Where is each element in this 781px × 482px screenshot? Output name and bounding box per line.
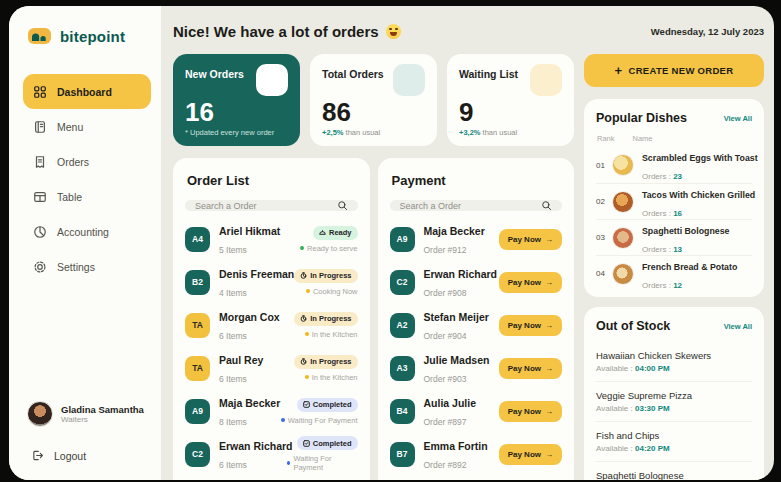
payment-row[interactable]: A2 Stefan MeijerOrder #904 Pay Now→	[390, 307, 563, 343]
sidebar-item-menu[interactable]: Menu	[23, 109, 151, 144]
order-row[interactable]: B2 Denis Freeman4 Items In Progress	[185, 264, 358, 300]
order-row[interactable]: TA Paul Rey6 Items In Progress	[185, 350, 358, 386]
pay-now-button[interactable]: Pay Now→	[499, 315, 562, 336]
brand-name: bitepoint	[60, 28, 125, 45]
accounting-pie-icon	[33, 225, 47, 239]
sidebar-item-label: Settings	[57, 261, 95, 273]
dish-photo	[612, 191, 634, 213]
page-greeting: Nice! We have a lot of orders	[173, 23, 401, 40]
pay-now-label: Pay Now	[508, 364, 541, 373]
logout-button[interactable]: Logout	[23, 449, 151, 462]
pay-now-button[interactable]: Pay Now→	[499, 358, 562, 379]
user-role: Waiters	[61, 415, 144, 424]
user-profile[interactable]: Gladina Samantha Waiters	[23, 401, 151, 427]
calendar-check-icon	[393, 64, 425, 96]
out-of-stock-view-all[interactable]: View All	[724, 322, 752, 331]
dish-photo	[612, 154, 634, 176]
substatus: Cooking Now	[306, 287, 358, 296]
pay-now-button[interactable]: Pay Now→	[499, 272, 562, 293]
stat-note: +2,5% than usual	[322, 128, 380, 137]
order-row[interactable]: C2 Erwan Richard6 Items Completed	[185, 436, 358, 472]
customer-name: Paul Rey	[219, 354, 263, 366]
stat-card-waiting-list: Waiting List 9 +3,2% than usual	[447, 54, 574, 146]
pay-now-label: Pay Now	[508, 321, 541, 330]
main-area: Nice! We have a lot of orders Wednesday,…	[161, 6, 774, 480]
substatus: Waiting For Payment	[287, 454, 358, 472]
settings-gear-icon	[33, 260, 47, 274]
payment-panel: Payment A9 Maja BeckerOrder #912 Pay Now…	[378, 158, 575, 480]
create-new-order-button[interactable]: + CREATE NEW ORDER	[584, 54, 764, 87]
arrow-right-icon: →	[545, 278, 553, 287]
rank-column-label: Rank	[597, 134, 615, 143]
dish-item[interactable]: 03 Spaghetti BologneseOrders : 13	[596, 219, 752, 255]
sidebar-item-settings[interactable]: Settings	[23, 249, 151, 284]
stock-item-availability: Available : 04:20 PM	[596, 444, 752, 453]
payment-title: Payment	[392, 173, 563, 188]
popular-dishes-title: Popular Dishes	[596, 111, 687, 125]
sidebar-item-label: Dashboard	[57, 86, 112, 98]
payment-row[interactable]: A9 Maja BeckerOrder #912 Pay Now→	[390, 221, 563, 257]
substatus-label: Cooking Now	[313, 287, 358, 296]
popular-dishes-view-all[interactable]: View All	[724, 114, 752, 123]
customer-name: Denis Freeman	[219, 268, 294, 280]
sidebar-item-dashboard[interactable]: Dashboard	[23, 74, 151, 109]
stock-item[interactable]: Spaghetti Bolognese Available : Tomorrow	[596, 462, 752, 480]
payment-row[interactable]: B7 Emma FortinOrder #892 Pay Now→	[390, 436, 563, 472]
substatus-label: Ready to serve	[307, 244, 357, 253]
sidebar-item-table[interactable]: Table	[23, 179, 151, 214]
search-icon[interactable]	[541, 200, 552, 211]
stat-delta: +3,2%	[459, 128, 480, 137]
topbar: Nice! We have a lot of orders Wednesday,…	[173, 16, 764, 46]
table-badge: B2	[185, 270, 210, 295]
order-number: Order #908	[424, 288, 467, 298]
stock-item-name: Veggie Supreme Pizza	[596, 390, 752, 401]
order-row[interactable]: TA Morgan Cox6 Items In Progress	[185, 307, 358, 343]
smiley-emoji	[386, 24, 401, 39]
cloche-icon	[319, 229, 326, 236]
pay-now-button[interactable]: Pay Now→	[499, 401, 562, 422]
stock-item-name: Fish and Chips	[596, 430, 752, 441]
pay-now-button[interactable]: Pay Now→	[499, 229, 562, 250]
dish-orders: Orders : 23	[642, 172, 682, 181]
order-row[interactable]: A9 Maja Becker8 Items Completed	[185, 393, 358, 429]
order-number: Order #903	[424, 374, 467, 384]
customer-name: Erwan Richard	[424, 268, 498, 280]
sidebar-item-accounting[interactable]: Accounting	[23, 214, 151, 249]
substatus-label: Waiting For Payment	[293, 454, 357, 472]
stats-row: New Orders 16 * Updated every new order …	[173, 54, 574, 146]
stock-item[interactable]: Veggie Supreme Pizza Available : 03:30 P…	[596, 382, 752, 422]
status-badge: In Progress	[294, 269, 357, 283]
stock-item[interactable]: Fish and Chips Available : 04:20 PM	[596, 422, 752, 462]
arrow-right-icon: →	[545, 364, 553, 373]
dish-item[interactable]: 01 Scrambled Eggs With ToastOrders : 23	[596, 147, 752, 183]
dish-item[interactable]: 04 French Bread & PotatoOrders : 12	[596, 255, 752, 291]
table-badge: B4	[390, 399, 415, 424]
payment-search-input[interactable]	[400, 201, 542, 211]
payment-row[interactable]: B4 Aulia JulieOrder #897 Pay Now→	[390, 393, 563, 429]
payment-row[interactable]: A3 Julie MadsenOrder #903 Pay Now→	[390, 350, 563, 386]
stock-item[interactable]: Hawaiian Chicken Skewers Available : 04:…	[596, 342, 752, 382]
customer-name: Maja Becker	[219, 397, 280, 409]
payment-row[interactable]: C2 Erwan RichardOrder #908 Pay Now→	[390, 264, 563, 300]
pay-now-button[interactable]: Pay Now→	[499, 444, 562, 465]
table-icon	[33, 190, 47, 204]
order-search-input[interactable]	[195, 201, 337, 211]
status-label: Ready	[329, 228, 352, 237]
status-label: Completed	[313, 400, 352, 409]
pay-now-label: Pay Now	[508, 450, 541, 459]
status-badge: In Progress	[294, 355, 357, 369]
sidebar: bitepoint Dashboard Menu Orders Ta	[9, 6, 161, 480]
plus-icon: +	[615, 63, 623, 78]
stat-delta: +2,5%	[322, 128, 343, 137]
dish-name: Tacos With Chicken Grilled	[642, 190, 755, 200]
substatus-label: Waiting For Payment	[288, 416, 358, 425]
content-area: New Orders 16 * Updated every new order …	[173, 54, 574, 480]
payment-rows: A9 Maja BeckerOrder #912 Pay Now→ C2 Erw…	[390, 221, 563, 480]
dish-item[interactable]: 02 Tacos With Chicken GrilledOrders : 16	[596, 183, 752, 219]
logout-icon	[31, 449, 44, 462]
customer-name: Ariel Hikmat	[219, 225, 280, 237]
greeting-text: Nice! We have a lot of orders	[173, 23, 379, 40]
order-row[interactable]: A4 Ariel Hikmat5 Items Ready	[185, 221, 358, 257]
search-icon[interactable]	[337, 200, 348, 211]
sidebar-item-orders[interactable]: Orders	[23, 144, 151, 179]
